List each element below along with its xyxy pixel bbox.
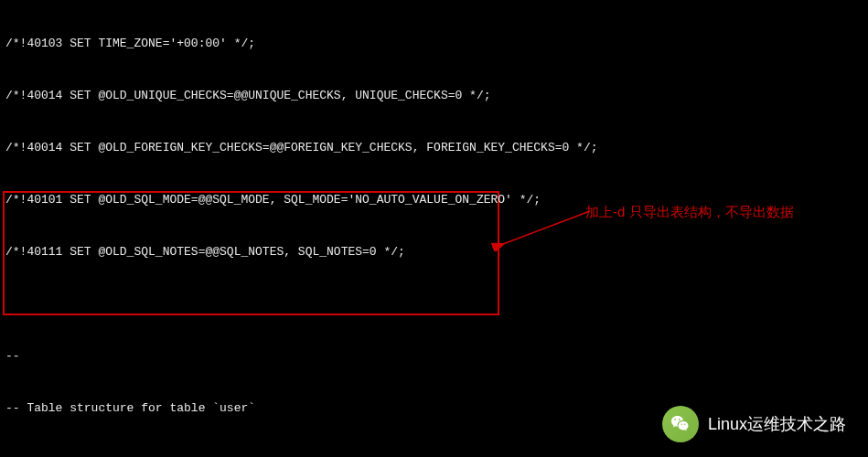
code-line: /*!40014 SET @OLD_UNIQUE_CHECKS=@@UNIQUE…	[5, 87, 863, 104]
watermark-text: Linux运维技术之路	[708, 416, 846, 433]
code-line: /*!40014 SET @OLD_FOREIGN_KEY_CHECKS=@@F…	[5, 139, 863, 156]
code-line: /*!40103 SET TIME_ZONE='+00:00' */;	[5, 35, 863, 52]
code-line	[5, 295, 863, 313]
watermark: Linux运维技术之路	[662, 406, 846, 442]
code-line: /*!40111 SET @OLD_SQL_NOTES=@@SQL_NOTES,…	[5, 243, 863, 260]
code-line: --	[5, 347, 863, 365]
wechat-icon	[662, 406, 699, 442]
annotation-text: 加上-d 只导出表结构，不导出数据	[585, 203, 794, 220]
code-line: --	[5, 452, 863, 457]
terminal-output: /*!40103 SET TIME_ZONE='+00:00' */; /*!4…	[0, 0, 868, 457]
